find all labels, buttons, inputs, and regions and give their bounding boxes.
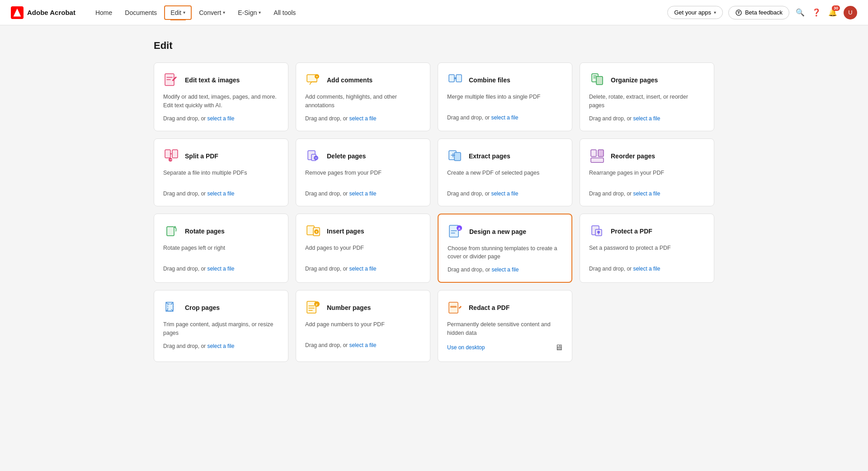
tool-card-protect-pdf[interactable]: Protect a PDFSet a password to protect a… bbox=[580, 214, 714, 283]
tool-name: Crop pages bbox=[185, 304, 220, 311]
tool-card-organize-pages[interactable]: Organize pagesDelete, rotate, extract, i… bbox=[580, 62, 714, 131]
main-content: Edit Edit text & imagesModify or add tex… bbox=[118, 25, 750, 376]
tool-card-header: Organize pages bbox=[589, 72, 705, 88]
tool-card-delete-pages[interactable]: −Delete pagesRemove pages from your PDFD… bbox=[296, 138, 430, 206]
desktop-icon: 🖥 bbox=[555, 343, 563, 352]
select-file-link[interactable]: select a file bbox=[349, 115, 376, 122]
select-file-link[interactable]: select a file bbox=[633, 115, 660, 122]
logo-area[interactable]: Adobe Acrobat bbox=[11, 6, 75, 19]
svg-text:+: + bbox=[316, 229, 318, 234]
nav-item-documents[interactable]: Documents bbox=[119, 6, 162, 19]
tool-name: Protect a PDF bbox=[611, 228, 652, 235]
tool-description: Permanently delete sensitive content and… bbox=[447, 320, 563, 338]
help-button[interactable]: ❓ bbox=[811, 7, 822, 18]
flask-icon bbox=[735, 9, 742, 16]
edit-text-icon bbox=[163, 72, 179, 88]
split-icon: ✂ bbox=[163, 148, 179, 164]
tool-card-add-comments[interactable]: +Add commentsAdd comments, highlights, a… bbox=[296, 62, 430, 131]
notification-count: 30 bbox=[832, 5, 840, 11]
tool-drag-drop: Drag and drop, or select a file bbox=[163, 115, 279, 122]
adobe-logo-icon bbox=[11, 6, 24, 19]
organize-icon bbox=[589, 72, 605, 88]
tool-drag-drop: Drag and drop, or select a file bbox=[447, 190, 563, 197]
tool-card-crop-pages[interactable]: Crop pagesTrim page content, adjust marg… bbox=[154, 290, 288, 362]
notifications-button[interactable]: 🔔 30 bbox=[827, 7, 838, 18]
get-apps-label: Get your apps bbox=[674, 9, 711, 16]
select-file-link[interactable]: select a file bbox=[207, 190, 234, 197]
app-title: Adobe Acrobat bbox=[27, 9, 75, 16]
tool-description: Choose from stunning templates to create… bbox=[448, 244, 562, 262]
tool-drag-drop: Drag and drop, or select a file bbox=[589, 190, 705, 197]
tool-card-rotate-pages[interactable]: Rotate pagesRotate pages left or rightDr… bbox=[154, 214, 288, 283]
select-file-link[interactable]: select a file bbox=[349, 266, 376, 272]
tool-drag-drop: Drag and drop, or select a file bbox=[305, 190, 421, 197]
select-file-link[interactable]: select a file bbox=[349, 190, 376, 197]
nav-item-convert[interactable]: Convert▾ bbox=[193, 6, 231, 19]
tool-description: Set a password to protect a PDF bbox=[589, 244, 705, 260]
tool-name: Edit text & images bbox=[185, 76, 240, 84]
header-right: Get your apps ▾ Beta feedback 🔍 ❓ 🔔 30 U bbox=[667, 6, 857, 19]
reorder-icon bbox=[589, 148, 605, 164]
tool-description: Merge multiple files into a single PDF bbox=[447, 93, 563, 109]
tool-card-redact-pdf[interactable]: Redact a PDFPermanently delete sensitive… bbox=[438, 290, 572, 362]
select-file-link[interactable]: select a file bbox=[491, 266, 519, 273]
nav-item-e-sign[interactable]: E-Sign▾ bbox=[232, 6, 266, 19]
tool-drag-drop: Drag and drop, or select a file bbox=[589, 266, 705, 272]
nav-label: E-Sign bbox=[238, 9, 257, 16]
tool-card-header: +Insert pages bbox=[305, 223, 421, 239]
get-apps-chevron-icon: ▾ bbox=[714, 10, 716, 15]
select-file-link[interactable]: select a file bbox=[491, 190, 518, 197]
search-button[interactable]: 🔍 bbox=[795, 7, 806, 18]
combine-icon bbox=[447, 72, 463, 88]
select-file-link[interactable]: select a file bbox=[491, 114, 518, 121]
nav-item-home[interactable]: Home bbox=[90, 6, 118, 19]
select-file-link[interactable]: select a file bbox=[633, 190, 660, 197]
svg-rect-22 bbox=[591, 158, 604, 162]
tool-name: Insert pages bbox=[327, 228, 364, 235]
select-file-link[interactable]: select a file bbox=[207, 115, 234, 122]
tool-card-combine-files[interactable]: Combine filesMerge multiple files into a… bbox=[438, 62, 572, 131]
tool-card-insert-pages[interactable]: +Insert pagesAdd pages to your PDFDrag a… bbox=[296, 214, 430, 283]
tool-name: Redact a PDF bbox=[469, 304, 509, 311]
tool-card-header: Redact a PDF bbox=[447, 300, 563, 316]
use-on-desktop-link[interactable]: Use on desktop bbox=[447, 344, 485, 351]
select-file-link[interactable]: select a file bbox=[207, 343, 234, 349]
nav-label: Edit bbox=[170, 9, 181, 16]
user-avatar[interactable]: U bbox=[844, 6, 857, 19]
svg-rect-11 bbox=[172, 150, 178, 158]
tool-card-reorder-pages[interactable]: Reorder pagesRearrange pages in your PDF… bbox=[580, 138, 714, 206]
select-file-link[interactable]: select a file bbox=[349, 342, 376, 348]
tool-drag-drop: Drag and drop, or select a file bbox=[305, 266, 421, 272]
svg-rect-21 bbox=[598, 150, 604, 157]
tool-drag-drop: Drag and drop, or select a file bbox=[305, 342, 421, 348]
tool-card-extract-pages[interactable]: Extract pagesCreate a new PDF of selecte… bbox=[438, 138, 572, 206]
select-file-link[interactable]: select a file bbox=[633, 266, 660, 272]
redact-icon bbox=[447, 300, 463, 316]
tool-card-number-pages[interactable]: #Number pagesAdd page numbers to your PD… bbox=[296, 290, 430, 362]
nav-item-edit[interactable]: Edit▾ bbox=[164, 5, 192, 20]
svg-rect-10 bbox=[165, 150, 170, 158]
tool-card-header: Extract pages bbox=[447, 148, 563, 164]
tool-description: Trim page content, adjust margins, or re… bbox=[163, 320, 279, 338]
tool-description: Rotate pages left or right bbox=[163, 244, 279, 260]
tool-card-design-new-page[interactable]: ADesign a new pageChoose from stunning t… bbox=[438, 214, 572, 283]
tool-card-split-pdf[interactable]: ✂Split a PDFSeparate a file into multipl… bbox=[154, 138, 288, 206]
nav-label: Home bbox=[95, 9, 112, 16]
tool-card-header: Crop pages bbox=[163, 300, 279, 316]
tool-description: Create a new PDF of selected pages bbox=[447, 169, 563, 185]
beta-label: Beta feedback bbox=[745, 9, 783, 16]
beta-feedback-button[interactable]: Beta feedback bbox=[728, 6, 789, 19]
tool-card-header: ADesign a new page bbox=[448, 224, 562, 240]
crop-icon bbox=[163, 300, 179, 316]
tool-drag-drop: Drag and drop, or select a file bbox=[448, 266, 562, 273]
get-apps-button[interactable]: Get your apps ▾ bbox=[667, 6, 723, 19]
svg-rect-6 bbox=[449, 75, 454, 82]
app-header: Adobe Acrobat HomeDocumentsEdit▾Convert▾… bbox=[0, 0, 868, 25]
svg-text:A: A bbox=[458, 226, 461, 230]
tool-card-header: Reorder pages bbox=[589, 148, 705, 164]
select-file-link[interactable]: select a file bbox=[207, 266, 234, 272]
tool-card-edit-text-images[interactable]: Edit text & imagesModify or add text, im… bbox=[154, 62, 288, 131]
svg-rect-23 bbox=[167, 227, 174, 236]
nav-item-all-tools[interactable]: All tools bbox=[268, 6, 301, 19]
nav-chevron-icon: ▾ bbox=[223, 10, 225, 15]
